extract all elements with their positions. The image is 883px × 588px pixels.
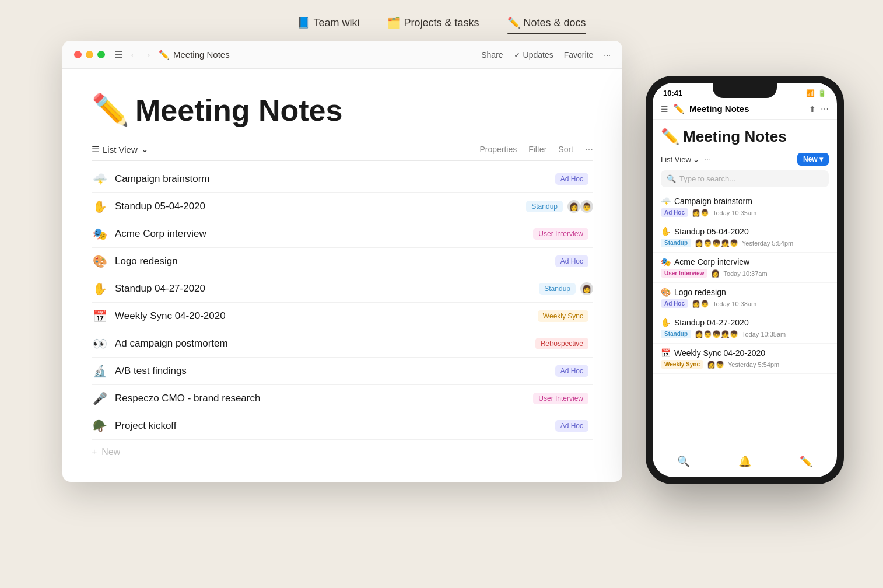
share-button[interactable]: Share	[481, 50, 503, 60]
projects-emoji: 🗂️	[387, 16, 400, 29]
mobile-list-item[interactable]: ✋ Standup 04-27-2020 Standup 👩👨👦👧👦 Today…	[653, 313, 837, 344]
mobile-phone: 10:41 📶 🔋 ☰ ✏️ Meeting Notes ⬆ ⋯ ✏️ Meet…	[646, 76, 844, 484]
mobile-item-time: Today 10:38am	[713, 300, 756, 307]
close-button[interactable]	[74, 51, 82, 58]
mobile-title-emoji: ✏️	[673, 103, 685, 114]
more-options-icon[interactable]: ···	[604, 50, 611, 60]
mobile-more-icon[interactable]: ⋯	[821, 104, 829, 114]
mobile-item-meta: Ad Hoc 👩👨 Today 10:35am	[661, 208, 829, 217]
mobile-item-icon: 🎭	[661, 257, 671, 267]
back-icon[interactable]: ←	[129, 50, 138, 60]
list-item[interactable]: 🔬 A/B test findings Ad Hoc	[92, 358, 593, 385]
list-item[interactable]: 🎤 Respeczo CMO - brand research User Int…	[92, 385, 593, 412]
mobile-list-item[interactable]: 🎨 Logo redesign Ad Hoc 👩👨 Today 10:38am	[653, 283, 837, 313]
list-item[interactable]: 📅 Weekly Sync 04-20-2020 Weekly Sync	[92, 303, 593, 330]
main-content: ☰ ← → ✏️ Meeting Notes Share ✓ Updates F…	[62, 41, 821, 482]
plus-icon: +	[92, 447, 97, 457]
item-icon: 👀	[92, 337, 108, 351]
forward-icon[interactable]: →	[143, 50, 152, 60]
mobile-search[interactable]: 🔍 Type to search...	[661, 170, 829, 187]
page-title-emoji: ✏️	[92, 92, 129, 128]
mobile-item-title: ✋ Standup 04-27-2020	[661, 318, 829, 327]
nav-projects-tasks[interactable]: 🗂️ Projects & tasks	[387, 16, 479, 29]
item-title: Project kickoff	[115, 420, 555, 432]
item-icon: 🎭	[92, 227, 108, 241]
team-wiki-emoji: 📘	[297, 16, 310, 29]
top-nav: 📘 Team wiki 🗂️ Projects & tasks ✏️ Notes…	[297, 0, 586, 41]
mobile-item-tag: Standup	[661, 239, 691, 247]
list-item[interactable]: 🎭 Acme Corp interview User Interview	[92, 220, 593, 248]
mobile-item-meta: Weekly Sync 👩👦 Yesterday 5:54pm	[661, 360, 829, 369]
list-item[interactable]: 🌩️ Campaign brainstorm Ad Hoc	[92, 166, 593, 193]
list-view-button[interactable]: ☰ List View ⌄	[92, 144, 149, 155]
item-tag: Standup	[526, 201, 563, 212]
list-item[interactable]: ✋ Standup 05-04-2020 Standup 👩👨	[92, 193, 593, 220]
mobile-page-title: ✏️ Meeting Notes	[653, 120, 837, 150]
properties-button[interactable]: Properties	[479, 145, 517, 154]
mobile-item-tag: Standup	[661, 330, 691, 338]
mobile-new-button[interactable]: New ▾	[797, 153, 829, 166]
list-item[interactable]: 🎨 Logo redesign Ad Hoc	[92, 248, 593, 275]
window-title-emoji: ✏️	[159, 50, 170, 60]
mobile-item-avatars: 👩👨👦👧👦	[695, 330, 738, 338]
list-item[interactable]: ✋ Standup 04-27-2020 Standup 👩	[92, 275, 593, 303]
mobile-item-title: 📅 Weekly Sync 04-20-2020	[661, 348, 829, 358]
item-title: A/B test findings	[115, 365, 555, 377]
mobile-item-time: Yesterday 5:54pm	[742, 240, 793, 247]
new-item-button[interactable]: + New	[92, 440, 593, 464]
menu-icon[interactable]: ☰	[114, 49, 122, 60]
item-title: Ad campaign postmortem	[115, 338, 535, 349]
item-icon: 🪖	[92, 419, 108, 433]
mobile-title-bar: ☰ ✏️ Meeting Notes ⬆ ⋯	[653, 100, 837, 120]
updates-button[interactable]: ✓ Updates	[514, 50, 553, 60]
item-tag: Standup	[539, 283, 576, 295]
mobile-item-time: Yesterday 5:54pm	[728, 361, 779, 368]
mobile-list-item[interactable]: 🌩️ Campaign brainstorm Ad Hoc 👩👨 Today 1…	[653, 192, 837, 222]
mobile-item-title: 🎭 Acme Corp interview	[661, 257, 829, 267]
avatar: 👩	[580, 282, 593, 295]
traffic-lights	[74, 51, 105, 58]
list-item[interactable]: 🪖 Project kickoff Ad Hoc	[92, 412, 593, 440]
mobile-bottom-bar: 🔍 🔔 ✏️	[653, 449, 837, 477]
item-title: Respeczo CMO - brand research	[115, 393, 533, 404]
item-title: Standup 04-27-2020	[115, 283, 539, 295]
item-tag: Ad Hoc	[555, 420, 588, 432]
mobile-item-icon: 🌩️	[661, 197, 671, 206]
list-item[interactable]: 👀 Ad campaign postmortem Retrospective	[92, 330, 593, 358]
mobile-list-item[interactable]: 📅 Weekly Sync 04-20-2020 Weekly Sync 👩👦 …	[653, 344, 837, 374]
mobile-item-avatars: 👩👨👦👧👦	[695, 239, 738, 247]
item-icon: ✋	[92, 200, 108, 214]
mobile-item-icon: ✋	[661, 227, 671, 236]
mobile-status-icons: 📶 🔋	[806, 89, 826, 97]
mobile-dots-icon[interactable]: ···	[704, 155, 711, 164]
mobile-item-meta: User Interview 👩 Today 10:37am	[661, 269, 829, 278]
favorite-button[interactable]: Favorite	[564, 50, 594, 60]
mobile-list-item[interactable]: 🎭 Acme Corp interview User Interview 👩 T…	[653, 253, 837, 283]
battery-icon: 🔋	[818, 89, 826, 97]
maximize-button[interactable]	[97, 51, 105, 58]
mobile-item-tag: Weekly Sync	[661, 360, 703, 369]
mobile-search-bottom-icon[interactable]: 🔍	[677, 455, 690, 468]
item-tag: Retrospective	[535, 338, 588, 349]
wifi-icon: 📶	[806, 89, 815, 97]
item-title: Standup 05-04-2020	[115, 201, 526, 212]
sort-button[interactable]: Sort	[558, 145, 573, 154]
avatar: 👨	[580, 200, 593, 213]
mobile-compose-icon[interactable]: ✏️	[800, 455, 812, 468]
mobile-share-icon[interactable]: ⬆	[809, 104, 816, 114]
chevron-down-icon: ⌄	[141, 144, 149, 155]
mobile-view-button[interactable]: List View ⌄	[661, 155, 699, 164]
mobile-menu-icon[interactable]: ☰	[661, 104, 668, 114]
mobile-item-tag: Ad Hoc	[661, 299, 688, 308]
mobile-list-item[interactable]: ✋ Standup 05-04-2020 Standup 👩👨👦👧👦 Yeste…	[653, 222, 837, 253]
nav-notes-docs[interactable]: ✏️ Notes & docs	[507, 16, 586, 29]
filter-button[interactable]: Filter	[528, 145, 546, 154]
more-toolbar-icon[interactable]: ⋯	[585, 145, 593, 154]
item-icon: 🔬	[92, 364, 108, 378]
item-icon: ✋	[92, 282, 108, 296]
mobile-bell-icon[interactable]: 🔔	[738, 455, 751, 468]
item-title: Weekly Sync 04-20-2020	[115, 310, 538, 322]
nav-team-wiki[interactable]: 📘 Team wiki	[297, 16, 359, 29]
mobile-item-tag: Ad Hoc	[661, 208, 688, 217]
minimize-button[interactable]	[86, 51, 93, 58]
